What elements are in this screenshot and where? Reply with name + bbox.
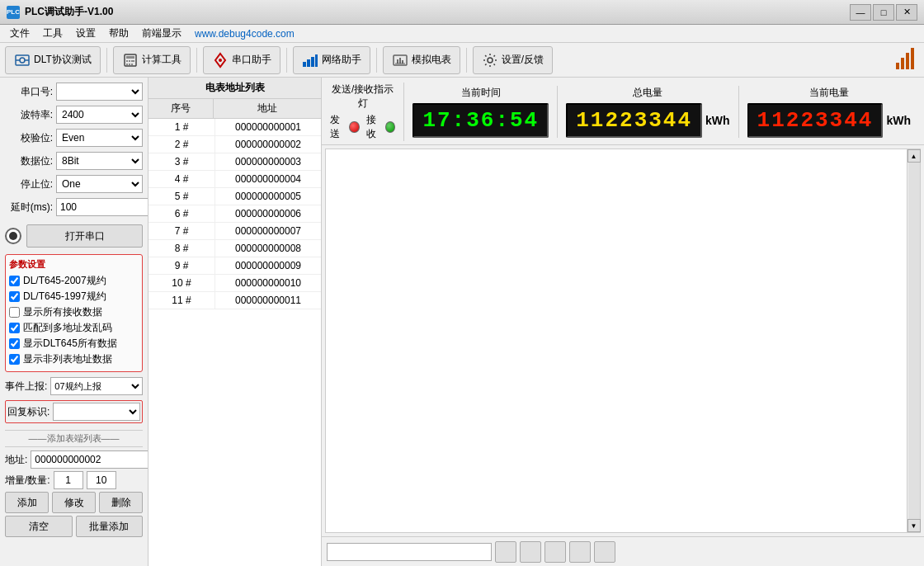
table-row[interactable]: 10 # 000000000010 <box>148 275 321 292</box>
edit-button[interactable]: 修改 <box>52 492 96 513</box>
table-row[interactable]: 6 # 000000000006 <box>148 205 321 223</box>
reply-label: 回复标识: <box>7 405 50 419</box>
current-energy-block: 当前电量 11223344 kWh <box>747 86 911 138</box>
svg-rect-11 <box>131 64 133 65</box>
stopbits-select[interactable]: One <box>56 175 143 193</box>
checkbox-row-4: 显示DLT645所有数据 <box>9 337 139 351</box>
delay-input[interactable]: 100 <box>56 198 148 216</box>
add-button[interactable]: 添加 <box>5 492 49 513</box>
checkbox-4[interactable] <box>9 338 20 349</box>
scrollbar-track[interactable] <box>908 163 920 519</box>
bottom-btn-1[interactable] <box>495 541 516 563</box>
table-row[interactable]: 2 # 000000000002 <box>148 136 321 153</box>
checkbox-label-2: 显示所有接收数据 <box>23 305 102 319</box>
checkbox-0[interactable] <box>9 276 20 286</box>
toolbar-meter-btn[interactable]: 模拟电表 <box>383 46 460 74</box>
menu-bar: 文件 工具 设置 帮助 前端显示 www.debug4code.com <box>0 25 924 43</box>
open-port-button[interactable]: 打开串口 <box>26 224 143 248</box>
time-display: 17:36:54 <box>412 103 549 138</box>
send-label: 发送 <box>330 113 346 141</box>
bottom-btn-3[interactable] <box>544 541 566 563</box>
toolbar-dlp-btn[interactable]: DLT协议测试 <box>5 46 101 74</box>
baud-select[interactable]: 2400 <box>56 106 143 124</box>
table-row[interactable]: 11 # 000000000011 <box>148 292 321 309</box>
close-button[interactable]: ✕ <box>896 4 917 21</box>
bottom-input[interactable] <box>327 543 492 561</box>
main-area: 串口号: 波特率: 2400 校验位: Even 数据位: 8Bit 停止位: <box>0 78 924 566</box>
table-row[interactable]: 1 # 000000000001 <box>148 119 321 136</box>
cell-no: 3 # <box>148 153 215 170</box>
svg-rect-16 <box>311 57 314 67</box>
toolbar-serial-btn[interactable]: 串口助手 <box>203 46 280 74</box>
bottom-btn-2[interactable] <box>520 541 541 563</box>
cell-addr: 000000000005 <box>215 188 321 205</box>
time-block: 当前时间 17:36:54 <box>412 86 549 138</box>
content-textarea[interactable] <box>326 149 907 532</box>
clear-button[interactable]: 清空 <box>5 516 73 537</box>
send-led <box>349 121 359 133</box>
middle-panel: 电表地址列表 序号 地址 1 # 000000000001 2 # 000000… <box>148 78 322 566</box>
scroll-down-btn[interactable]: ▼ <box>908 519 921 532</box>
port-status-radio[interactable] <box>5 228 21 244</box>
recv-indicator: 接收 <box>366 113 396 141</box>
parity-select[interactable]: Even <box>56 129 143 147</box>
baud-row: 波特率: 2400 <box>5 106 143 124</box>
port-select[interactable] <box>56 83 143 101</box>
bottom-btn-4[interactable] <box>569 541 591 563</box>
left-panel: 串口号: 波特率: 2400 校验位: Even 数据位: 8Bit 停止位: <box>0 78 148 566</box>
svg-rect-5 <box>126 56 134 59</box>
action-btn-row-2: 清空 批量添加 <box>5 516 143 537</box>
svg-rect-17 <box>315 54 318 67</box>
checkbox-2[interactable] <box>9 307 20 318</box>
menu-frontend[interactable]: 前端显示 <box>135 25 188 42</box>
reply-select[interactable] <box>53 403 140 421</box>
batch-add-button[interactable]: 批量添加 <box>76 516 144 537</box>
checkbox-1[interactable] <box>9 291 20 302</box>
total-energy-block: 总电量 11223344 kWh <box>566 86 729 138</box>
checkbox-label-3: 匹配到多地址发乱码 <box>23 321 112 335</box>
addr-input[interactable] <box>31 450 148 469</box>
menu-help[interactable]: 帮助 <box>102 25 135 42</box>
table-header: 电表地址列表 <box>148 78 321 99</box>
incr-input[interactable] <box>54 471 83 489</box>
svg-point-13 <box>219 59 222 62</box>
table-row[interactable]: 3 # 000000000003 <box>148 153 321 171</box>
calc-label: 计算工具 <box>142 53 182 67</box>
checkbox-5[interactable] <box>9 354 20 365</box>
table-row[interactable]: 8 # 000000000008 <box>148 240 321 257</box>
table-row[interactable]: 7 # 000000000007 <box>148 223 321 240</box>
table-row[interactable]: 9 # 000000000009 <box>148 257 321 275</box>
menu-settings[interactable]: 设置 <box>69 25 102 42</box>
serial-icon <box>212 52 229 68</box>
checkbox-3[interactable] <box>9 323 20 333</box>
open-port-row: 打开串口 <box>5 224 143 248</box>
maximize-button[interactable]: □ <box>873 4 894 21</box>
current-energy-unit: kWh <box>886 114 911 127</box>
toolbar-network-btn[interactable]: 网络助手 <box>293 46 370 74</box>
checkbox-label-1: DL/T645-1997规约 <box>23 290 106 304</box>
serial-label: 串口助手 <box>232 53 271 67</box>
scroll-up-btn[interactable]: ▲ <box>908 149 921 163</box>
table-row[interactable]: 5 # 000000000005 <box>148 188 321 205</box>
event-select[interactable]: 07规约上报 <box>50 377 143 395</box>
delete-button[interactable]: 删除 <box>99 492 143 513</box>
toolbar-settings-btn[interactable]: 设置/反馈 <box>473 46 553 74</box>
checkbox-label-4: 显示DLT645所有数据 <box>23 337 117 351</box>
qty-input[interactable] <box>87 471 116 489</box>
toolbar-calc-btn[interactable]: 计算工具 <box>113 46 191 74</box>
menu-tools[interactable]: 工具 <box>36 25 69 42</box>
bottom-btn-5[interactable] <box>594 541 615 563</box>
main-content <box>326 149 907 532</box>
table-row[interactable]: 4 # 000000000004 <box>148 171 321 188</box>
menu-website[interactable]: www.debug4code.com <box>188 26 301 41</box>
databits-select[interactable]: 8Bit <box>56 152 143 170</box>
svg-rect-8 <box>131 60 134 62</box>
incr-row: 增量/数量: <box>5 471 143 489</box>
menu-file[interactable]: 文件 <box>3 25 36 42</box>
led-row: 发送 接收 <box>330 113 395 141</box>
svg-point-1 <box>20 58 25 63</box>
cell-addr: 000000000006 <box>215 205 321 222</box>
minimize-button[interactable]: — <box>850 4 871 21</box>
meter-icon <box>392 52 408 68</box>
svg-rect-25 <box>901 58 904 69</box>
